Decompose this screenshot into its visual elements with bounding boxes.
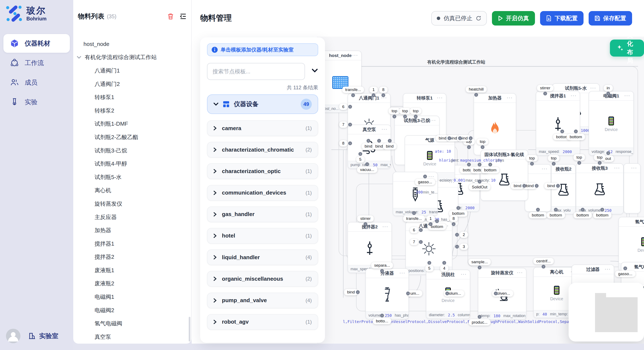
- port-dot-icon[interactable]: ›: [560, 130, 564, 133]
- download-config-button[interactable]: 下载配置: [540, 11, 584, 25]
- port-pill-vacuu[interactable]: vacuu...: [357, 167, 377, 173]
- port-pill-top[interactable]: top: [399, 108, 411, 114]
- port-dot-icon[interactable]: ›: [365, 162, 369, 166]
- port-pill-6[interactable]: 6: [410, 227, 418, 233]
- port-dot-icon[interactable]: ›: [623, 266, 627, 270]
- port-pill-transfe[interactable]: transfe...: [342, 87, 364, 93]
- sidebar-item-workflow[interactable]: 工作流: [4, 54, 70, 72]
- tree-item[interactable]: 试剂瓶3-己烷: [73, 144, 189, 157]
- sidebar-item-la b[interactable]: 实验室: [28, 332, 58, 341]
- category-item-robot_agv[interactable]: robot_agv(1): [207, 314, 318, 330]
- port-pill-stirrer[interactable]: stirrer: [357, 215, 374, 222]
- tree-item[interactable]: 试剂瓶5-水: [73, 171, 189, 184]
- port-dot-icon[interactable]: ›: [606, 92, 610, 95]
- port-dot-icon[interactable]: ›: [377, 139, 381, 143]
- port-dot-icon[interactable]: ›: [478, 163, 482, 167]
- node-menu-icon[interactable]: ···: [571, 93, 577, 99]
- port-dot-icon[interactable]: ›: [488, 163, 492, 167]
- node-menu-icon[interactable]: ···: [507, 95, 513, 101]
- port-dot-icon[interactable]: ›: [543, 92, 547, 95]
- port-pill-1[interactable]: 1: [426, 215, 435, 222]
- tree-item[interactable]: 搅拌器2: [73, 250, 189, 264]
- start-simulation-button[interactable]: 开启仿真: [492, 11, 535, 25]
- port-dot-icon[interactable]: ›: [448, 136, 451, 140]
- port-dot-icon[interactable]: ›: [403, 115, 407, 118]
- port-dot-icon[interactable]: ›: [382, 93, 385, 97]
- port-dot-icon[interactable]: ›: [429, 222, 432, 226]
- category-item-characterization_optic[interactable]: characterization_optic(1): [207, 163, 318, 179]
- port-pill-3[interactable]: 3: [460, 243, 468, 250]
- beautify-layout-button[interactable]: 美化布局: [610, 39, 644, 57]
- tree-item[interactable]: 转移泵2: [73, 104, 189, 117]
- tree-item[interactable]: 离心机: [73, 184, 189, 197]
- port-pill-top[interactable]: top: [574, 154, 585, 161]
- port-pill-heatchill[interactable]: heatchill: [466, 86, 486, 93]
- port-dot-icon[interactable]: ›: [606, 151, 610, 155]
- port-dot-icon[interactable]: ›: [478, 315, 482, 319]
- port-dot-icon[interactable]: ›: [348, 141, 352, 145]
- port-dot-icon[interactable]: ›: [392, 115, 396, 118]
- port-dot-icon[interactable]: ›: [554, 208, 558, 212]
- search-input[interactable]: [207, 63, 305, 80]
- port-dot-icon[interactable]: ›: [474, 93, 478, 97]
- port-dot-icon[interactable]: ›: [380, 314, 384, 318]
- port-dot-icon[interactable]: ›: [535, 184, 538, 188]
- port-dot-icon[interactable]: ›: [577, 161, 581, 165]
- tree-item[interactable]: 试剂瓶2-乙酸乙酯: [73, 131, 189, 144]
- port-pill-in[interactable]: in: [604, 85, 613, 91]
- port-pill-bottom[interactable]: bottom: [481, 167, 500, 173]
- port-pill-8[interactable]: 8: [450, 215, 458, 222]
- tree-item[interactable]: 电磁阀1: [73, 290, 189, 304]
- port-dot-icon[interactable]: ›: [458, 136, 462, 140]
- port-pill-4[interactable]: 4: [440, 265, 448, 272]
- node-menu-icon[interactable]: ···: [517, 270, 523, 276]
- tree-chevron-icon[interactable]: [77, 56, 81, 59]
- port-pill-sample[interactable]: sample...: [468, 259, 491, 265]
- port-pill-separa[interactable]: separa...: [371, 262, 393, 269]
- node-menu-icon[interactable]: ···: [590, 85, 596, 91]
- port-pill-gasso[interactable]: gasso...: [415, 179, 435, 185]
- tree-item[interactable]: 主反应器: [73, 210, 189, 224]
- port-dot-icon[interactable]: ›: [428, 261, 431, 265]
- port-dot-icon[interactable]: ›: [536, 208, 540, 212]
- trash-icon[interactable]: [168, 13, 174, 20]
- category-item-camera[interactable]: camera(1): [207, 120, 318, 136]
- port-pill-5[interactable]: 5: [356, 156, 364, 163]
- category-header-instruments[interactable]: 仪器设备 49: [207, 94, 318, 114]
- node-menu-icon[interactable]: ···: [624, 93, 630, 99]
- port-dot-icon[interactable]: ›: [372, 93, 376, 97]
- canvas-node-receiver-2[interactable]: 接收瓶2···max_volu: [551, 164, 576, 214]
- port-pill-transfe[interactable]: transfe...: [403, 215, 425, 222]
- tree-item[interactable]: 转移泵1: [73, 91, 189, 104]
- canvas-node-card-b[interactable]: ···: [624, 163, 640, 213]
- port-dot-icon[interactable]: ›: [600, 208, 604, 212]
- port-dot-icon[interactable]: ›: [542, 265, 546, 269]
- port-pill-botto[interactable]: botto...: [373, 318, 391, 324]
- port-pill-centrif[interactable]: centrif...: [533, 258, 554, 264]
- port-pill-8[interactable]: 8: [379, 87, 388, 93]
- port-dot-icon[interactable]: ›: [351, 93, 355, 97]
- port-pill-6[interactable]: 6: [339, 104, 348, 110]
- port-pill-7[interactable]: 7: [410, 239, 418, 245]
- canvas-node-solenoid-valve-1[interactable]: 电磁阀1···Devicevoltage:12response_time:0.1: [589, 91, 634, 156]
- port-pill-bind[interactable]: bind: [383, 143, 396, 150]
- sidebar-item-members[interactable]: 成员: [4, 73, 70, 92]
- category-item-organic_miscellaneous[interactable]: organic_miscellaneous(2): [207, 271, 318, 287]
- canvas-node-solid-reagent-bottle-3[interactable]: 固体试剂瓶3-氯化镁···: [480, 150, 528, 201]
- canvas-node-separator[interactable]: 分液器···volume:250has_phases:true: [366, 268, 409, 319]
- tree-item[interactable]: 八通阀门1: [73, 64, 189, 77]
- tree-item[interactable]: 试剂瓶1-DMF: [73, 117, 189, 131]
- node-menu-icon[interactable]: ···: [605, 267, 611, 272]
- port-pill-top[interactable]: top: [410, 108, 422, 114]
- node-menu-icon[interactable]: ···: [382, 127, 388, 132]
- port-dot-icon[interactable]: ›: [455, 233, 459, 237]
- port-dot-icon[interactable]: ›: [423, 175, 427, 178]
- tree-item[interactable]: 搅拌器1: [73, 237, 189, 250]
- port-pill-top[interactable]: top: [389, 108, 400, 114]
- node-menu-icon[interactable]: ···: [382, 224, 388, 230]
- port-dot-icon[interactable]: ›: [442, 261, 446, 265]
- category-item-characterization_chromatic[interactable]: characterization_chromatic(2): [207, 142, 318, 158]
- port-dot-icon[interactable]: ›: [467, 163, 471, 167]
- port-pill-top[interactable]: top: [594, 154, 606, 161]
- port-dot-icon[interactable]: ›: [348, 123, 352, 127]
